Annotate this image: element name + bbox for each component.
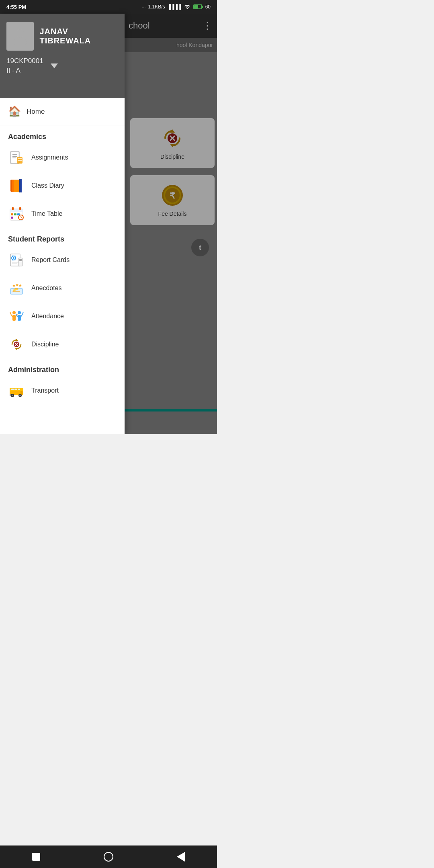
svg-point-1	[14, 37, 27, 46]
status-right: ··· 1.1KB/s ▐▐▐▐ 60	[142, 4, 211, 10]
svg-rect-67	[10, 394, 11, 396]
battery-icon	[193, 4, 202, 9]
section-student-reports: Student Reports	[0, 228, 125, 246]
transport-label: Transport	[31, 387, 59, 394]
attendance-icon	[8, 308, 25, 325]
svg-line-50	[21, 314, 23, 317]
report-cards-label: Report Cards	[31, 256, 70, 264]
svg-line-46	[10, 312, 11, 314]
attendance-label: Attendance	[31, 313, 64, 320]
svg-line-44	[11, 314, 12, 317]
svg-rect-59	[11, 389, 14, 390]
svg-point-0	[16, 29, 24, 37]
sidebar-item-attendance[interactable]: Attendance	[0, 302, 125, 330]
svg-rect-17	[12, 207, 14, 210]
svg-point-47	[18, 311, 21, 314]
home-label: Home	[27, 108, 45, 116]
home-icon: 🏠	[8, 105, 21, 118]
user-name: JANAV TIBREWALA	[39, 27, 118, 45]
svg-point-28	[13, 257, 14, 259]
status-time: 4:55 PM	[6, 4, 26, 10]
anecdotes-label: Anecdotes	[31, 285, 62, 292]
assignments-icon	[8, 149, 25, 166]
sidebar-item-class-diary[interactable]: Class Diary	[0, 172, 125, 200]
sidebar-item-anecdotes[interactable]: ★ ★ ★ Anecdotes	[0, 274, 125, 302]
battery-level: 60	[205, 4, 211, 10]
student-id: 19CKP0001	[6, 57, 43, 65]
svg-rect-14	[20, 179, 22, 192]
svg-rect-22	[11, 217, 13, 219]
status-network: 1.1KB/s	[148, 4, 165, 10]
signal-icon: ▐▐▐▐	[168, 4, 181, 10]
transport-icon	[8, 382, 25, 399]
student-class: II - A	[6, 67, 43, 75]
sidebar-item-report-cards[interactable]: Report Cards	[0, 246, 125, 274]
svg-rect-13	[19, 179, 20, 192]
svg-rect-61	[18, 389, 20, 390]
svg-rect-43	[12, 315, 16, 321]
class-diary-label: Class Diary	[31, 182, 64, 189]
svg-rect-37	[19, 260, 22, 261]
sidebar-item-home[interactable]: 🏠 Home	[0, 98, 125, 125]
status-dots: ···	[142, 4, 146, 10]
time-table-icon	[8, 205, 25, 222]
drawer-body: 🏠 Home Academics	[0, 98, 125, 434]
discipline-label: Discipline	[31, 341, 59, 348]
svg-rect-62	[20, 391, 23, 394]
svg-rect-36	[19, 259, 22, 260]
svg-point-42	[12, 311, 16, 314]
wifi-icon	[184, 4, 191, 10]
navigation-drawer: JANAV TIBREWALA 19CKP0001 II - A 🏠 Home …	[0, 14, 125, 434]
sidebar-item-transport[interactable]: Transport	[0, 377, 125, 405]
sidebar-item-time-table[interactable]: Time Table	[0, 200, 125, 228]
drawer-user-row: JANAV TIBREWALA	[6, 22, 118, 51]
svg-rect-19	[11, 213, 13, 215]
report-cards-icon	[8, 252, 25, 268]
discipline-icon	[8, 336, 25, 353]
anecdotes-icon: ★ ★ ★	[8, 280, 25, 297]
status-bar: 4:55 PM ··· 1.1KB/s ▐▐▐▐ 60	[0, 0, 217, 14]
svg-rect-60	[14, 389, 17, 390]
dropdown-arrow-icon[interactable]	[51, 63, 58, 68]
class-diary-icon	[8, 177, 25, 194]
svg-rect-20	[14, 213, 16, 215]
svg-point-66	[19, 395, 21, 396]
sidebar-item-discipline[interactable]: Discipline	[0, 330, 125, 358]
svg-line-51	[23, 312, 23, 314]
svg-point-64	[12, 395, 13, 396]
section-academics: Academics	[0, 125, 125, 143]
svg-rect-16	[10, 209, 23, 212]
svg-rect-18	[19, 207, 21, 210]
section-administration: Administration	[0, 358, 125, 377]
drawer-header: JANAV TIBREWALA 19CKP0001 II - A	[0, 14, 125, 98]
svg-text:★: ★	[18, 283, 22, 288]
screen: JANAV TIBREWALA 19CKP0001 II - A 🏠 Home …	[0, 14, 217, 434]
student-info[interactable]: 19CKP0001 II - A	[6, 57, 118, 75]
time-table-label: Time Table	[31, 210, 62, 217]
assignments-label: Assignments	[31, 154, 68, 161]
avatar	[6, 22, 34, 51]
drawer-scrim[interactable]	[125, 14, 217, 434]
svg-rect-12	[14, 180, 19, 192]
sidebar-item-assignments[interactable]: Assignments	[0, 143, 125, 172]
svg-rect-48	[18, 315, 21, 321]
